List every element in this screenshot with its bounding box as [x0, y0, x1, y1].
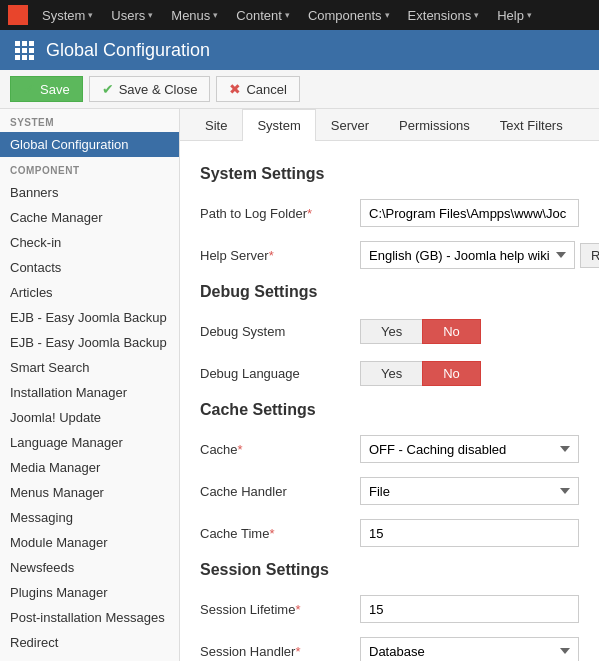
sidebar-item-module-manager[interactable]: Module Manager — [0, 530, 179, 555]
svg-rect-3 — [19, 16, 26, 23]
sidebar-item-smart-search[interactable]: Smart Search — [0, 355, 179, 380]
cache-handler-row: Cache Handler File — [200, 475, 579, 507]
sidebar-item-search[interactable]: Search — [0, 655, 179, 661]
sidebar-item-media-manager[interactable]: Media Manager — [0, 455, 179, 480]
sidebar-item-checkin[interactable]: Check-in — [0, 230, 179, 255]
sidebar-item-newsfeeds[interactable]: Newsfeeds — [0, 555, 179, 580]
session-lifetime-input[interactable] — [360, 595, 579, 623]
help-server-select[interactable]: English (GB) - Joomla help wiki — [360, 241, 575, 269]
sidebar-item-messaging[interactable]: Messaging — [0, 505, 179, 530]
nav-users[interactable]: Users▾ — [103, 0, 161, 30]
tab-text-filters[interactable]: Text Filters — [485, 109, 578, 141]
main-layout: SYSTEM Global Configuration COMPONENT Ba… — [0, 109, 599, 661]
sidebar-item-ejb1[interactable]: EJB - Easy Joomla Backup — [0, 305, 179, 330]
nav-menus[interactable]: Menus▾ — [163, 0, 226, 30]
debug-language-label: Debug Language — [200, 366, 360, 381]
system-settings-title: System Settings — [200, 165, 579, 183]
sidebar-item-joomla-update[interactable]: Joomla! Update — [0, 405, 179, 430]
sidebar-item-language-manager[interactable]: Language Manager — [0, 430, 179, 455]
debug-language-no-button[interactable]: No — [422, 361, 481, 386]
nav-content[interactable]: Content▾ — [228, 0, 298, 30]
session-handler-select[interactable]: Database — [360, 637, 579, 661]
help-server-row: Help Server* English (GB) - Joomla help … — [200, 239, 579, 271]
debug-settings-title: Debug Settings — [200, 283, 579, 301]
session-handler-row: Session Handler* Database — [200, 635, 579, 661]
debug-system-toggle: Yes No — [360, 319, 481, 344]
debug-language-row: Debug Language Yes No — [200, 357, 579, 389]
cache-handler-select[interactable]: File — [360, 477, 579, 505]
tab-site[interactable]: Site — [190, 109, 242, 141]
help-server-label: Help Server* — [200, 248, 360, 263]
sidebar-section-system: SYSTEM — [0, 109, 179, 132]
path-to-log-folder-row: Path to Log Folder* — [200, 197, 579, 229]
tab-server[interactable]: Server — [316, 109, 384, 141]
refresh-button[interactable]: Refresh — [580, 243, 599, 268]
nav-components[interactable]: Components▾ — [300, 0, 398, 30]
sidebar-item-redirect[interactable]: Redirect — [0, 630, 179, 655]
sidebar-item-cache-manager[interactable]: Cache Manager — [0, 205, 179, 230]
debug-system-no-button[interactable]: No — [422, 319, 481, 344]
cache-time-row: Cache Time* — [200, 517, 579, 549]
top-navigation: System▾ Users▾ Menus▾ Content▾ Component… — [0, 0, 599, 30]
sidebar-item-banners[interactable]: Banners — [0, 180, 179, 205]
sidebar-item-plugins-manager[interactable]: Plugins Manager — [0, 580, 179, 605]
content-area: Site System Server Permissions Text Filt… — [180, 109, 599, 661]
session-settings-title: Session Settings — [200, 561, 579, 579]
page-header: Global Configuration — [0, 30, 599, 70]
save-check-icon: ✔ — [23, 81, 35, 97]
cache-time-label: Cache Time* — [200, 526, 360, 541]
tab-permissions[interactable]: Permissions — [384, 109, 485, 141]
sidebar-item-installation-manager[interactable]: Installation Manager — [0, 380, 179, 405]
nav-extensions[interactable]: Extensions▾ — [400, 0, 488, 30]
debug-language-toggle: Yes No — [360, 361, 481, 386]
save-close-button[interactable]: ✔ Save & Close — [89, 76, 211, 102]
logo-icon — [8, 5, 28, 25]
content-body: System Settings Path to Log Folder* Help… — [180, 141, 599, 661]
sidebar-item-post-installation[interactable]: Post-installation Messages — [0, 605, 179, 630]
page-title: Global Configuration — [46, 40, 210, 61]
svg-rect-1 — [19, 7, 26, 14]
debug-system-row: Debug System Yes No — [200, 315, 579, 347]
sidebar-item-ejb2[interactable]: EJB - Easy Joomla Backup — [0, 330, 179, 355]
cancel-x-icon: ✖ — [229, 81, 241, 97]
session-lifetime-row: Session Lifetime* — [200, 593, 579, 625]
sidebar-item-contacts[interactable]: Contacts — [0, 255, 179, 280]
save-button[interactable]: ✔ Save — [10, 76, 83, 102]
cancel-button[interactable]: ✖ Cancel — [216, 76, 299, 102]
sidebar: SYSTEM Global Configuration COMPONENT Ba… — [0, 109, 180, 661]
sidebar-section-component: COMPONENT — [0, 157, 179, 180]
save-close-check-icon: ✔ — [102, 81, 114, 97]
cache-time-input[interactable] — [360, 519, 579, 547]
path-to-log-folder-label: Path to Log Folder* — [200, 206, 360, 221]
session-lifetime-label: Session Lifetime* — [200, 602, 360, 617]
cache-select[interactable]: OFF - Caching disabled — [360, 435, 579, 463]
cache-label: Cache* — [200, 442, 360, 457]
cache-row: Cache* OFF - Caching disabled — [200, 433, 579, 465]
tab-system[interactable]: System — [242, 109, 315, 141]
sidebar-item-menus-manager[interactable]: Menus Manager — [0, 480, 179, 505]
sidebar-item-articles[interactable]: Articles — [0, 280, 179, 305]
toolbar: ✔ Save ✔ Save & Close ✖ Cancel — [0, 70, 599, 109]
cache-settings-title: Cache Settings — [200, 401, 579, 419]
debug-language-yes-button[interactable]: Yes — [360, 361, 422, 386]
svg-rect-2 — [10, 16, 17, 23]
nav-system[interactable]: System▾ — [34, 0, 101, 30]
cache-handler-label: Cache Handler — [200, 484, 360, 499]
debug-system-label: Debug System — [200, 324, 360, 339]
tab-bar: Site System Server Permissions Text Filt… — [180, 109, 599, 141]
session-handler-label: Session Handler* — [200, 644, 360, 659]
debug-system-yes-button[interactable]: Yes — [360, 319, 422, 344]
path-to-log-folder-input[interactable] — [360, 199, 579, 227]
sidebar-item-global-config[interactable]: Global Configuration — [0, 132, 179, 157]
config-icon — [12, 38, 36, 62]
nav-help[interactable]: Help▾ — [489, 0, 540, 30]
svg-rect-0 — [10, 7, 17, 14]
